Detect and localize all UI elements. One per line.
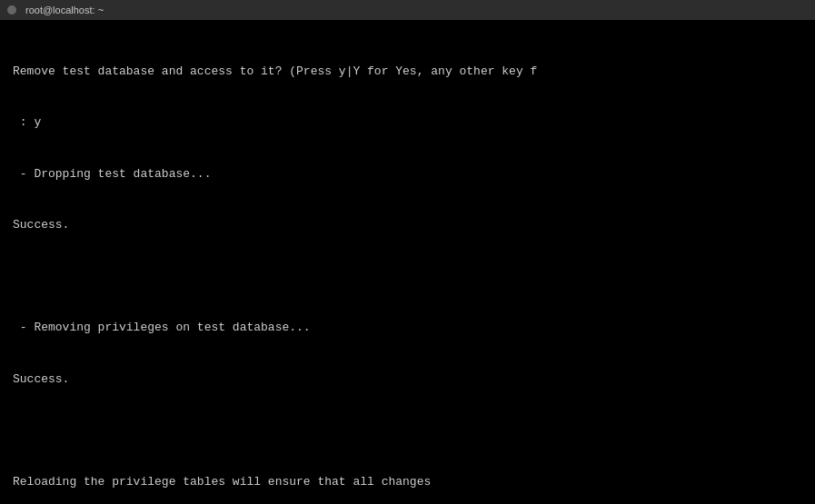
title-bar-dot: [7, 5, 16, 15]
line-8: [13, 422, 802, 440]
line-7: Success.: [13, 371, 802, 389]
line-5: [13, 269, 802, 286]
title-bar-title: root@localhost: ~: [25, 5, 104, 15]
line-1: Remove test database and access to it? (…: [13, 64, 802, 81]
line-3: - Dropping test database...: [13, 166, 802, 183]
line-4: Success.: [13, 217, 802, 234]
line-2: : y: [13, 114, 802, 132]
line-9: Reloading the privilege tables will ensu…: [13, 474, 802, 491]
line-6: - Removing privileges on test database..…: [13, 320, 802, 337]
title-bar: root@localhost: ~: [0, 0, 815, 20]
terminal[interactable]: Remove test database and access to it? (…: [0, 20, 815, 504]
